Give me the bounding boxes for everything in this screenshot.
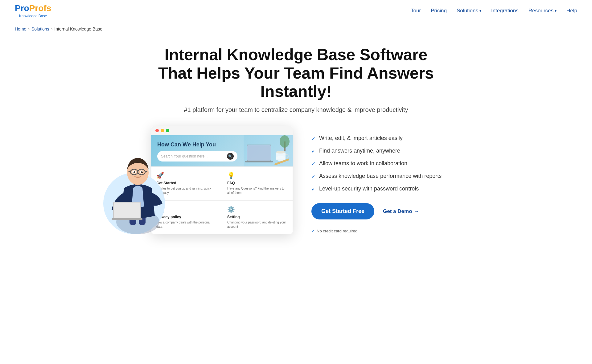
mockup-card-faq[interactable]: 💡 FAQ Have any Questions? Find the answe… [222, 166, 293, 200]
feature-text-5: Level-up security with password controls [319, 186, 419, 192]
mockup-banner: How Can We Help You Search Your question… [151, 135, 293, 166]
main-content: How Can We Help You Search Your question… [0, 113, 592, 253]
logo-subtitle: Knowledge Base [15, 14, 51, 18]
breadcrumb: Home › Solutions › Internal Knowledge Ba… [0, 22, 592, 36]
logo-profs: Profs [29, 3, 51, 13]
feature-text-1: Write, edit, & import articles easily [319, 135, 403, 141]
browser-dot-yellow [161, 129, 164, 132]
main-nav: Tour Pricing Solutions▾ Integrations Res… [411, 8, 577, 14]
feature-text-4: Assess knowledge base performance with r… [319, 173, 442, 179]
person-illustration [105, 136, 170, 234]
chevron-down-icon: ▾ [479, 9, 481, 13]
check-icon-nocc: ✓ [311, 229, 315, 233]
feature-item-2: ✓ Find answers anytime, anywhere [311, 148, 472, 154]
nav-tour[interactable]: Tour [411, 8, 421, 14]
browser-bar [151, 126, 293, 135]
hero-subtitle: #1 platform for your team to centralize … [15, 106, 577, 113]
site-header: ProProfs Knowledge Base Tour Pricing Sol… [0, 0, 592, 22]
svg-rect-4 [114, 202, 140, 218]
check-icon-2: ✓ [311, 148, 315, 154]
no-credit-card: ✓ No credit card required. [311, 229, 472, 233]
browser-dot-red [155, 129, 159, 132]
mockup-card-setting[interactable]: ⚙️ Setting Changing your password and de… [222, 200, 293, 234]
logo[interactable]: ProProfs Knowledge Base [15, 4, 51, 18]
mockup-search-placeholder: Search Your question here... [161, 154, 227, 158]
card-title-4: Setting [227, 215, 288, 219]
svg-rect-5 [112, 218, 142, 220]
card-desc-2: Have any Questions? Find the answers to … [227, 186, 288, 195]
check-icon-4: ✓ [311, 174, 315, 179]
breadcrumb-current: Internal Knowledge Base [54, 27, 102, 31]
feature-item-4: ✓ Assess knowledge base performance with… [311, 173, 472, 179]
svg-point-15 [134, 171, 135, 173]
svg-rect-19 [247, 145, 271, 161]
hero-title: Internal Knowledge Base Software That He… [157, 46, 435, 101]
get-started-button[interactable]: Get Started Free [311, 203, 374, 219]
nav-integrations[interactable]: Integrations [491, 8, 519, 14]
breadcrumb-solutions[interactable]: Solutions [31, 27, 49, 31]
get-demo-link[interactable]: Get a Demo → [383, 208, 419, 215]
feature-item-5: ✓ Level-up security with password contro… [311, 186, 472, 192]
svg-point-16 [141, 171, 143, 173]
feature-text-2: Find answers anytime, anywhere [319, 148, 400, 154]
mockup-container: How Can We Help You Search Your question… [120, 126, 293, 234]
card-title-2: FAQ [227, 181, 288, 185]
feature-item-3: ✓ Allow teams to work in collaboration [311, 160, 472, 167]
mockup-cards: 🚀 Get Started Articles to get you up and… [151, 166, 293, 234]
gear-icon: ⚙️ [227, 206, 288, 213]
card-desc-4: Changing your password and deleting your… [227, 220, 288, 229]
breadcrumb-home[interactable]: Home [15, 27, 26, 31]
check-icon-5: ✓ [311, 186, 315, 192]
arrow-icon: → [414, 208, 419, 215]
svg-point-23 [276, 151, 286, 153]
nav-resources[interactable]: Resources▾ [528, 8, 557, 14]
nav-pricing[interactable]: Pricing [431, 8, 447, 14]
chevron-down-icon: ▾ [555, 9, 557, 13]
check-icon-3: ✓ [311, 161, 315, 167]
breadcrumb-sep-2: › [51, 27, 53, 31]
lightbulb-icon: 💡 [227, 172, 288, 179]
feature-item-1: ✓ Write, edit, & import articles easily [311, 135, 472, 141]
cta-section: Get Started Free Get a Demo → [311, 203, 472, 219]
check-icon-1: ✓ [311, 136, 315, 141]
search-button[interactable]: 🔍 [227, 153, 234, 160]
browser-window: How Can We Help You Search Your question… [151, 126, 293, 234]
logo-pro: Pro [15, 3, 29, 13]
browser-dot-green [166, 129, 169, 132]
nav-solutions[interactable]: Solutions▾ [457, 8, 481, 14]
features-section: ✓ Write, edit, & import articles easily … [311, 126, 472, 233]
feature-text-3: Allow teams to work in collaboration [319, 160, 407, 167]
breadcrumb-sep: › [28, 27, 30, 31]
svg-point-25 [280, 135, 290, 148]
hero-section: Internal Knowledge Base Software That He… [0, 36, 592, 113]
svg-rect-20 [245, 161, 273, 162]
nav-help[interactable]: Help [566, 8, 577, 14]
